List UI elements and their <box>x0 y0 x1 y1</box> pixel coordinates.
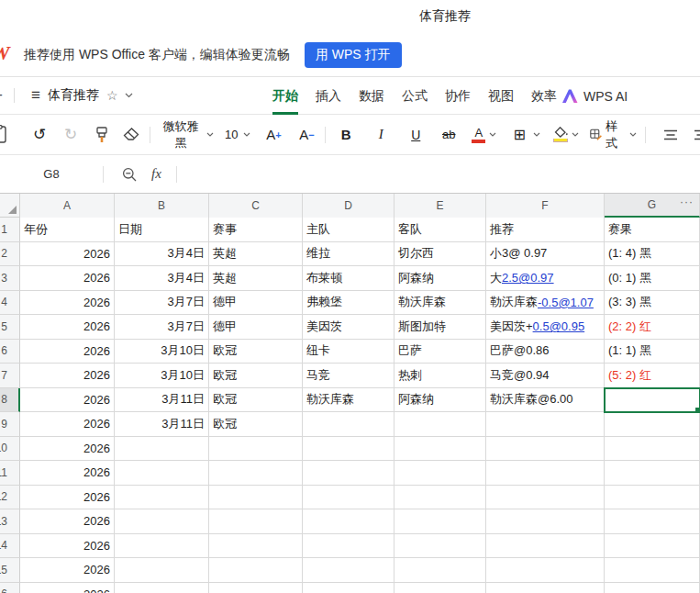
cell-B14[interactable] <box>115 534 209 559</box>
eraser-icon[interactable] <box>121 122 141 148</box>
cell-G3[interactable]: (0: 1) 黑 <box>605 266 700 291</box>
tab-7[interactable]: 效率 <box>531 77 557 115</box>
cell-F2[interactable]: 小3@ 0.97 <box>486 242 605 267</box>
decrease-font-button[interactable]: A− <box>296 122 317 148</box>
cell-G16[interactable] <box>605 583 700 593</box>
formula-input[interactable] <box>177 155 700 193</box>
cell-G1[interactable]: 赛果 <box>605 218 700 242</box>
cell-C1[interactable]: 赛事 <box>209 218 303 242</box>
cell-E4[interactable]: 勒沃库森 <box>394 291 486 316</box>
font-size-chevron-down-icon[interactable] <box>243 132 250 137</box>
cell-C10[interactable] <box>209 437 303 462</box>
underline-button[interactable]: U <box>406 122 426 148</box>
cell-name-box[interactable]: G8 <box>0 167 103 181</box>
cell-B9[interactable]: 3月11日 <box>115 412 209 437</box>
cell-B5[interactable]: 3月7日 <box>115 315 209 340</box>
cell-A8[interactable]: 2026 <box>20 388 115 413</box>
cell-G11[interactable] <box>605 461 700 486</box>
cell-E1[interactable]: 客队 <box>394 218 486 242</box>
cell-A6[interactable]: 2026 <box>20 340 115 364</box>
cell-D5[interactable]: 美因茨 <box>303 315 394 340</box>
cell-E11[interactable] <box>394 461 486 486</box>
cell-C2[interactable]: 英超 <box>209 242 303 267</box>
cell-B10[interactable] <box>115 437 209 462</box>
borders-button[interactable]: ⊞ <box>509 122 529 148</box>
cell-C9[interactable]: 欧冠 <box>209 412 303 437</box>
cell-A7[interactable]: 2026 <box>20 364 115 388</box>
cell-E9[interactable] <box>394 412 486 437</box>
cell-E5[interactable]: 斯图加特 <box>394 315 486 340</box>
cell-D10[interactable] <box>303 437 394 462</box>
cell-D15[interactable] <box>303 558 394 583</box>
cell-C3[interactable]: 英超 <box>209 266 303 291</box>
cell-A12[interactable]: 2026 <box>20 486 115 510</box>
row-header-11[interactable]: 11 <box>0 461 20 486</box>
cell-A16[interactable]: 2026 <box>20 583 115 593</box>
row-header-9[interactable]: 9 <box>0 412 20 437</box>
cell-F12[interactable] <box>486 486 605 510</box>
row-header-2[interactable]: 2 <box>0 242 20 267</box>
row-header-7[interactable]: 7 <box>0 364 20 388</box>
cell-F15[interactable] <box>486 558 605 583</box>
row-header-1[interactable]: 1 <box>0 218 20 242</box>
cell-G10[interactable] <box>605 437 700 462</box>
cell-F6[interactable]: 巴萨@0.86 <box>486 340 605 364</box>
row-header-14[interactable]: 14 <box>0 534 20 559</box>
cell-F4[interactable]: 勒沃库森-0.5@1.07 <box>486 291 605 316</box>
cell-F14[interactable] <box>486 534 605 559</box>
cell-A15[interactable]: 2026 <box>20 558 115 583</box>
row-header-16[interactable]: 16 <box>0 583 20 593</box>
cell-E13[interactable] <box>394 509 486 534</box>
row-header-8[interactable]: 8 <box>0 388 20 413</box>
cell-D12[interactable] <box>303 486 394 510</box>
cell-C15[interactable] <box>209 558 303 583</box>
cell-A14[interactable]: 2026 <box>20 534 115 559</box>
column-header-B[interactable]: B <box>115 194 209 218</box>
cell-C14[interactable] <box>209 534 303 559</box>
row-header-5[interactable]: 5 <box>0 315 20 340</box>
recommendation-link[interactable]: 0.5@0.95 <box>533 319 585 333</box>
increase-font-button[interactable]: A+ <box>263 122 283 148</box>
styles-chevron-down-icon[interactable] <box>629 132 637 137</box>
cell-F5[interactable]: 美因茨+0.5@0.95 <box>486 315 605 340</box>
tab-4[interactable]: 公式 <box>402 77 428 115</box>
font-color-chevron-down-icon[interactable] <box>489 132 496 137</box>
cell-E7[interactable]: 热刺 <box>394 364 486 388</box>
cell-D16[interactable] <box>303 583 394 593</box>
cell-E10[interactable] <box>394 437 486 462</box>
selection-fill-handle[interactable] <box>694 407 700 412</box>
wps-ai-button[interactable]: WPS AI <box>562 77 628 115</box>
cell-E12[interactable] <box>394 486 486 510</box>
cell-F3[interactable]: 大2.5@0.97 <box>486 266 605 291</box>
cell-B1[interactable]: 日期 <box>115 218 209 242</box>
cell-A13[interactable]: 2026 <box>20 509 115 534</box>
bold-button[interactable]: B <box>336 122 356 148</box>
font-name-select[interactable]: 微软雅黑 <box>159 118 203 151</box>
cell-B8[interactable]: 3月11日 <box>115 388 209 413</box>
doc-menu-chevron-down-icon[interactable] <box>125 93 133 98</box>
cell-D4[interactable]: 弗赖堡 <box>303 291 394 316</box>
undo-button[interactable]: ↺ <box>29 122 50 148</box>
cell-F8[interactable]: 勒沃库森@6.00 <box>486 388 605 413</box>
font-color-button[interactable]: A <box>472 127 485 143</box>
cell-E8[interactable]: 阿森纳 <box>394 388 486 413</box>
fill-color-chevron-down-icon[interactable] <box>572 132 579 137</box>
cell-A4[interactable]: 2026 <box>20 291 115 316</box>
strikethrough-button[interactable]: ab <box>439 122 459 148</box>
cell-C4[interactable]: 德甲 <box>209 291 303 316</box>
cell-G14[interactable] <box>605 534 700 559</box>
more-columns-icon[interactable]: ··· <box>680 196 694 208</box>
zoom-out-search-icon[interactable] <box>122 167 137 182</box>
select-all-corner[interactable] <box>0 194 20 217</box>
cell-B4[interactable]: 3月7日 <box>115 291 209 316</box>
column-header-F[interactable]: F <box>486 194 605 218</box>
open-in-wps-button[interactable]: 用 WPS 打开 <box>305 42 402 68</box>
cell-A3[interactable]: 2026 <box>20 266 115 291</box>
cell-E2[interactable]: 切尔西 <box>394 242 486 267</box>
cell-A11[interactable]: 2026 <box>20 461 115 486</box>
tab-6[interactable]: 视图 <box>488 77 514 115</box>
cell-D13[interactable] <box>303 509 394 534</box>
cell-C16[interactable] <box>209 583 303 593</box>
cell-F9[interactable] <box>486 412 605 437</box>
cell-G15[interactable] <box>605 558 700 583</box>
